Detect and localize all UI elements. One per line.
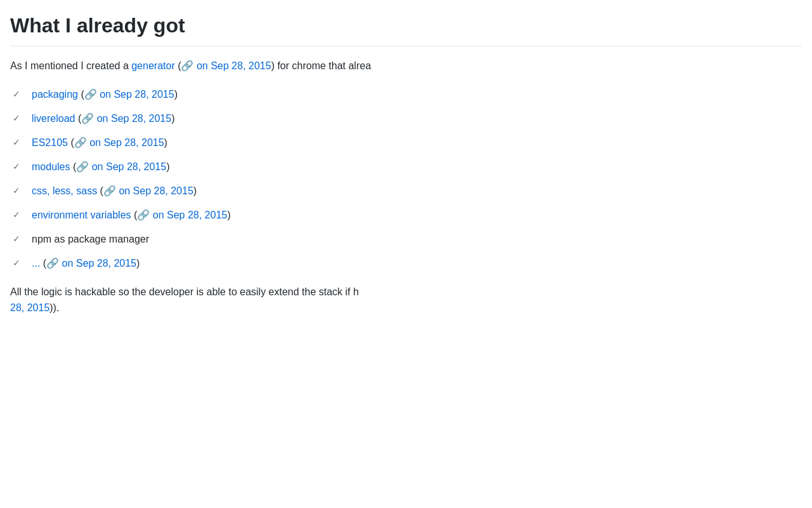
checkbox-packaging: ✓ bbox=[10, 88, 23, 101]
list-item: ✓ ... (🔗 on Sep 28, 2015) bbox=[10, 256, 802, 271]
intro-link-date: (🔗 on Sep 28, 2015) for chrome that alre… bbox=[175, 60, 371, 71]
footer-paragraph: All the logic is hackable so the develop… bbox=[10, 284, 802, 316]
env-variables-date-link[interactable]: on Sep 28, 2015 bbox=[153, 210, 227, 220]
livereload-link[interactable]: livereload bbox=[32, 113, 75, 124]
section-divider bbox=[10, 46, 802, 46]
item-label-livereload: livereload (🔗 on Sep 28, 2015) bbox=[32, 111, 174, 126]
item-label-css-less-sass: css, less, sass (🔗 on Sep 28, 2015) bbox=[32, 184, 197, 199]
generator-link[interactable]: generator bbox=[131, 60, 175, 71]
item-label-ellipsis: ... (🔗 on Sep 28, 2015) bbox=[32, 256, 140, 271]
es2105-date-link[interactable]: on Sep 28, 2015 bbox=[89, 137, 164, 148]
checkbox-env-variables: ✓ bbox=[10, 209, 23, 222]
item-label-modules: modules (🔗 on Sep 28, 2015) bbox=[32, 159, 169, 175]
list-item: ✓ css, less, sass (🔗 on Sep 28, 2015) bbox=[10, 184, 802, 199]
item-label-env-variables: environment variables (🔗 on Sep 28, 2015… bbox=[32, 208, 231, 223]
list-item: ✓ packaging (🔗 on Sep 28, 2015) bbox=[10, 87, 802, 102]
css-less-sass-date-link[interactable]: on Sep 28, 2015 bbox=[119, 185, 193, 196]
checkbox-livereload: ✓ bbox=[10, 112, 23, 125]
ellipsis-link[interactable]: ... bbox=[32, 258, 40, 269]
list-item: ✓ npm as package manager bbox=[10, 232, 802, 247]
page-title: What I already got bbox=[10, 13, 802, 38]
packaging-date-link[interactable]: on Sep 28, 2015 bbox=[100, 89, 174, 100]
generator-date-link[interactable]: on Sep 28, 2015 bbox=[197, 60, 271, 71]
modules-link[interactable]: modules bbox=[32, 161, 70, 172]
es2105-link[interactable]: ES2105 bbox=[32, 137, 68, 148]
item-label-es2105: ES2105 (🔗 on Sep 28, 2015) bbox=[32, 135, 167, 150]
checkbox-es2105: ✓ bbox=[10, 137, 23, 149]
checkbox-modules: ✓ bbox=[10, 161, 23, 173]
packaging-link[interactable]: packaging bbox=[32, 89, 78, 100]
checkbox-ellipsis: ✓ bbox=[10, 257, 23, 270]
livereload-date-link[interactable]: on Sep 28, 2015 bbox=[97, 113, 171, 124]
list-item: ✓ ES2105 (🔗 on Sep 28, 2015) bbox=[10, 135, 802, 150]
modules-date-link[interactable]: on Sep 28, 2015 bbox=[92, 161, 166, 172]
intro-text-before: As I mentioned I created a bbox=[10, 60, 131, 71]
item-label-packaging: packaging (🔗 on Sep 28, 2015) bbox=[32, 87, 178, 102]
feature-checklist: ✓ packaging (🔗 on Sep 28, 2015) ✓ livere… bbox=[10, 87, 802, 271]
checkbox-npm: ✓ bbox=[10, 233, 23, 246]
list-item: ✓ livereload (🔗 on Sep 28, 2015) bbox=[10, 111, 802, 126]
footer-date-link[interactable]: 28, 2015 bbox=[10, 302, 49, 313]
env-variables-link[interactable]: environment variables bbox=[32, 210, 131, 220]
intro-paragraph: As I mentioned I created a generator (🔗 … bbox=[10, 58, 802, 74]
css-less-sass-link[interactable]: css, less, sass bbox=[32, 185, 97, 196]
ellipsis-date-link[interactable]: on Sep 28, 2015 bbox=[62, 258, 136, 269]
item-label-npm: npm as package manager bbox=[32, 232, 149, 247]
list-item: ✓ environment variables (🔗 on Sep 28, 20… bbox=[10, 208, 802, 223]
list-item: ✓ modules (🔗 on Sep 28, 2015) bbox=[10, 159, 802, 175]
checkbox-css-less-sass: ✓ bbox=[10, 185, 23, 197]
